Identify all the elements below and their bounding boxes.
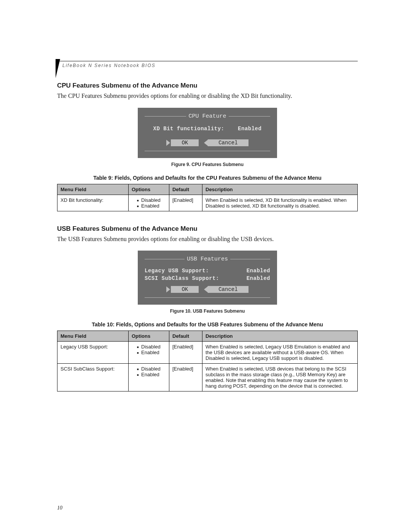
table-10: Menu Field Options Default Description L…: [57, 331, 358, 391]
arrow-left-icon: [204, 286, 208, 292]
th-default: Default: [169, 331, 202, 342]
bios-xdbit-label: XD Bit functionality:: [153, 126, 225, 132]
running-head: LifeBook N Series Notebook BIOS: [57, 62, 358, 68]
td-default: [Enabled]: [169, 195, 202, 211]
td-desc: When Enabled is selected, Legacy USB Emu…: [202, 342, 358, 364]
figure-9-caption: Figure 9. CPU Features Submenu: [57, 162, 358, 167]
td-menu: SCSI SubClass Support:: [57, 364, 129, 391]
option-item: Enabled: [137, 372, 166, 377]
figure-10-caption: Figure 10. USB Features Submenu: [57, 308, 358, 314]
bios-legacy-usb-value[interactable]: Enabled: [247, 268, 270, 274]
bios-dialog-title: CPU Feature: [188, 113, 226, 120]
header-rule: [57, 61, 358, 61]
table-9-caption: Table 9: Fields, Options and Defaults fo…: [57, 175, 358, 181]
page-number: 10: [57, 505, 62, 511]
bios-scsi-label: SCSI SubClass Support:: [145, 275, 219, 281]
table-row: Legacy USB Support: Disabled Enabled [En…: [57, 342, 358, 364]
th-desc: Description: [202, 184, 358, 195]
td-desc: When Enabled is selected, USB devices th…: [202, 364, 358, 391]
crop-mark-icon: [56, 59, 60, 78]
cancel-button[interactable]: Cancel: [208, 139, 248, 146]
ok-button[interactable]: OK: [171, 286, 199, 293]
td-menu: Legacy USB Support:: [57, 342, 129, 364]
arrow-right-icon: [166, 140, 170, 146]
section-title-usb: USB Features Submenu of the Advance Menu: [57, 225, 358, 233]
table-row: XD Bit functionality: Disabled Enabled […: [57, 195, 358, 211]
th-options: Options: [129, 331, 169, 342]
section-body-cpu: The CPU Features Submenu provides option…: [57, 92, 358, 100]
td-options: Disabled Enabled: [129, 195, 169, 211]
bios-dialog-title: USB Features: [187, 256, 228, 262]
td-desc: When Enabled is selected, XD Bit functio…: [202, 195, 358, 211]
td-default: [Enabled]: [169, 364, 202, 391]
td-menu: XD Bit functionality:: [57, 195, 129, 211]
section-title-cpu: CPU Features Submenu of the Advance Menu: [57, 82, 358, 89]
table-9: Menu Field Options Default Description X…: [57, 184, 358, 211]
option-item: Enabled: [137, 203, 166, 209]
section-body-usb: The USB Features Submenu provides option…: [57, 235, 358, 243]
th-menu: Menu Field: [57, 184, 129, 195]
th-menu: Menu Field: [57, 331, 129, 342]
cancel-button[interactable]: Cancel: [208, 286, 248, 293]
td-options: Disabled Enabled: [129, 342, 169, 364]
option-item: Disabled: [137, 366, 166, 372]
th-desc: Description: [202, 331, 358, 342]
option-item: Enabled: [137, 350, 166, 355]
bios-cpu-feature-dialog: CPU Feature XD Bit functionality: Enable…: [138, 108, 277, 158]
th-default: Default: [169, 184, 202, 195]
bios-legacy-usb-label: Legacy USB Support:: [145, 268, 209, 274]
option-item: Disabled: [137, 197, 166, 203]
th-options: Options: [129, 184, 169, 195]
ok-button[interactable]: OK: [171, 139, 199, 146]
arrow-right-icon: [166, 286, 170, 292]
bios-scsi-value[interactable]: Enabled: [247, 275, 270, 281]
bios-xdbit-value[interactable]: Enabled: [238, 126, 261, 132]
table-row: SCSI SubClass Support: Disabled Enabled …: [57, 364, 358, 391]
td-default: [Enabled]: [169, 342, 202, 364]
bios-usb-features-dialog: USB Features Legacy USB Support: Enabled…: [138, 251, 277, 305]
option-item: Disabled: [137, 344, 166, 350]
td-options: Disabled Enabled: [129, 364, 169, 391]
arrow-left-icon: [204, 140, 208, 146]
table-10-caption: Table 10: Fields, Options and Defaults f…: [57, 321, 358, 328]
